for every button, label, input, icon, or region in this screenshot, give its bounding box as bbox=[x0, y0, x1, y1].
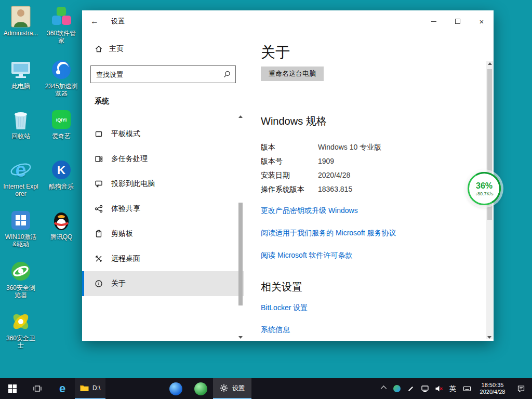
remote-desktop-icon bbox=[95, 255, 103, 263]
maximize-button[interactable] bbox=[446, 10, 470, 32]
sidebar-item-tablet-mode[interactable]: 平板模式 bbox=[82, 122, 244, 147]
close-button[interactable]: × bbox=[470, 10, 494, 32]
spec-row-edition: 版本 Windows 10 专业版 bbox=[261, 143, 471, 152]
desktop-icon-label: 回收站 bbox=[3, 132, 38, 140]
taskbar-settings-button[interactable]: 设置 bbox=[213, 378, 251, 399]
tray-pen-icon-button[interactable] bbox=[404, 378, 418, 399]
ime-language-label: 英 bbox=[449, 384, 456, 393]
taskbar-explorer-button[interactable]: D:\ bbox=[75, 378, 105, 399]
settings-window: ← 设置 × 主页 系统 平板模式 多任务处理 bbox=[82, 10, 494, 341]
sidebar-item-projecting[interactable]: 投影到此电脑 bbox=[82, 171, 244, 196]
desktop-icon-360-browser[interactable]: 360安全浏览器 bbox=[3, 260, 38, 299]
task-view-icon bbox=[33, 384, 42, 393]
taskbar-clock[interactable]: 18:50:35 2020/4/28 bbox=[474, 378, 511, 399]
2345-browser-icon bbox=[169, 382, 182, 395]
bitlocker-settings-link[interactable]: BitLocker 设置 bbox=[261, 303, 308, 313]
back-arrow-icon: ← bbox=[90, 17, 99, 26]
taskbar-2345-browser-button[interactable] bbox=[163, 378, 188, 399]
projecting-icon bbox=[95, 180, 103, 188]
internet-explorer-icon: e bbox=[9, 158, 32, 181]
tray-360-icon[interactable] bbox=[390, 378, 404, 399]
pen-icon bbox=[407, 384, 415, 393]
desktop-icon-label: 360软件管家 bbox=[44, 30, 79, 44]
back-button[interactable]: ← bbox=[82, 10, 107, 32]
volume-muted-icon bbox=[435, 384, 443, 393]
desktop-icon-label: 酷狗音乐 bbox=[44, 183, 79, 190]
administrator-icon bbox=[9, 5, 32, 28]
scroll-up-icon[interactable] bbox=[238, 115, 243, 118]
360-safeguard-icon bbox=[9, 310, 32, 333]
action-center-button[interactable] bbox=[511, 378, 531, 399]
svg-text:K: K bbox=[57, 164, 65, 177]
scroll-up-icon[interactable] bbox=[488, 62, 492, 65]
scroll-down-icon[interactable] bbox=[238, 336, 243, 339]
action-center-icon bbox=[517, 384, 525, 393]
this-pc-icon bbox=[9, 58, 32, 81]
home-icon bbox=[95, 45, 103, 53]
minimize-button[interactable] bbox=[422, 10, 446, 32]
desktop-icon-label: WIN10激活&驱动 bbox=[3, 233, 38, 248]
sidebar-item-remote-desktop[interactable]: 远程桌面 bbox=[82, 246, 244, 271]
sidebar-item-label: 关于 bbox=[111, 279, 126, 288]
chevron-up-icon bbox=[380, 385, 386, 391]
change-product-key-link[interactable]: 更改产品密钥或升级 Windows bbox=[261, 206, 358, 216]
taskbar-ie-button[interactable]: e bbox=[50, 378, 75, 399]
desktop-icon-tencent-qq[interactable]: 腾讯QQ bbox=[44, 209, 79, 241]
recycle-bin-icon bbox=[9, 108, 32, 131]
scroll-down-icon[interactable] bbox=[487, 336, 491, 339]
spec-table: 版本 Windows 10 专业版 版本号 1909 安装日期 2020/4/2… bbox=[261, 143, 471, 194]
minimize-icon bbox=[431, 21, 436, 22]
desktop-icon-internet-explorer[interactable]: e Internet Explorer bbox=[3, 158, 38, 197]
maximize-icon bbox=[455, 19, 460, 24]
sidebar-item-clipboard[interactable]: 剪贴板 bbox=[82, 221, 244, 246]
desktop-icon-recycle-bin[interactable]: 回收站 bbox=[3, 108, 38, 140]
desktop-icon-label: 2345加速浏览器 bbox=[44, 83, 79, 97]
settings-sidebar: 主页 系统 平板模式 多任务处理 投影到此电脑 体验共享 bbox=[82, 32, 244, 341]
360-browser-icon bbox=[194, 382, 207, 395]
memory-percent-value: 36% bbox=[476, 181, 493, 190]
spec-row-version: 版本号 1909 bbox=[261, 157, 471, 166]
services-agreement-link[interactable]: 阅读适用于我们服务的 Microsoft 服务协议 bbox=[261, 229, 396, 238]
search-icon[interactable] bbox=[223, 70, 231, 78]
tray-ime-mode-button[interactable]: 英 bbox=[446, 378, 460, 399]
tray-network-button[interactable] bbox=[418, 378, 432, 399]
sidebar-item-multitasking[interactable]: 多任务处理 bbox=[82, 147, 244, 171]
spec-value: Windows 10 专业版 bbox=[318, 143, 381, 152]
sidebar-scrollbar[interactable] bbox=[237, 115, 244, 339]
ie-icon: e bbox=[59, 382, 65, 395]
tray-volume-button[interactable] bbox=[432, 378, 446, 399]
360-tray-dot-icon bbox=[393, 385, 401, 392]
scrollbar-thumb[interactable] bbox=[238, 203, 243, 305]
tray-show-hidden-icons-button[interactable] bbox=[376, 378, 390, 399]
taskbar-360-browser-button[interactable] bbox=[188, 378, 213, 399]
sidebar-item-label: 投影到此电脑 bbox=[111, 179, 155, 189]
task-view-button[interactable] bbox=[25, 378, 50, 399]
desktop-icon-this-pc[interactable]: 此电脑 bbox=[3, 58, 38, 90]
spec-row-installed-on: 安装日期 2020/4/28 bbox=[261, 171, 471, 180]
rename-pc-button[interactable]: 重命名这台电脑 bbox=[261, 66, 324, 81]
about-info-icon bbox=[95, 280, 103, 288]
desktop-icon-360-software-manager[interactable]: 360软件管家 bbox=[44, 5, 79, 44]
sidebar-item-about[interactable]: 关于 bbox=[82, 271, 244, 296]
sidebar-item-label: 体验共享 bbox=[111, 204, 140, 214]
clock-date: 2020/4/28 bbox=[480, 389, 506, 395]
clock-time: 18:50:35 bbox=[482, 382, 504, 389]
desktop-icon-kugou-music[interactable]: K 酷狗音乐 bbox=[44, 158, 79, 190]
desktop-icon-iqiyi[interactable]: iQIYI 爱奇艺 bbox=[44, 108, 79, 140]
spec-value: 18363.815 bbox=[318, 185, 352, 194]
network-icon bbox=[421, 384, 429, 393]
desktop-icon-360-safeguard[interactable]: 360安全卫士 bbox=[3, 310, 38, 349]
tray-keyboard-button[interactable] bbox=[460, 378, 474, 399]
system-info-link[interactable]: 系统信息 bbox=[261, 325, 290, 335]
2345-browser-icon bbox=[50, 58, 73, 81]
start-button[interactable] bbox=[0, 378, 25, 399]
sidebar-item-shared-experiences[interactable]: 体验共享 bbox=[82, 196, 244, 221]
desktop-icon-win10-activate[interactable]: WIN10激活&驱动 bbox=[3, 209, 38, 248]
search-input[interactable] bbox=[91, 71, 235, 78]
desktop-icon-2345-browser[interactable]: 2345加速浏览器 bbox=[44, 58, 79, 97]
license-terms-link[interactable]: 阅读 Microsoft 软件许可条款 bbox=[261, 251, 353, 260]
settings-search-box bbox=[90, 65, 236, 83]
sidebar-item-home[interactable]: 主页 bbox=[82, 39, 244, 58]
360-speed-ball[interactable]: 36% ↓80.7K/s bbox=[468, 172, 501, 205]
desktop-icon-administrator[interactable]: Administra... bbox=[3, 5, 38, 37]
